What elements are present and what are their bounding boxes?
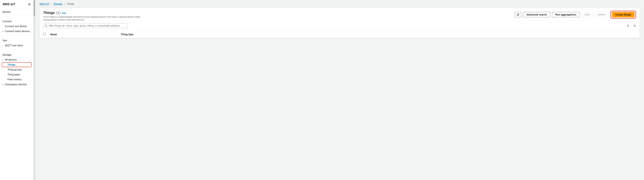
scrollbar-thumb[interactable] <box>34 0 35 16</box>
svg-point-0 <box>45 25 47 26</box>
panel-count: (1) <box>56 11 60 15</box>
column-divider <box>117 33 118 36</box>
breadcrumb: AWS IoT › Manage › Things <box>40 2 640 5</box>
settings-button[interactable] <box>633 24 636 27</box>
sidebar-item-mqtt-test-client[interactable]: MQTT test client <box>0 43 33 48</box>
sidebar-item-thing-groups[interactable]: Thing groups <box>0 67 33 72</box>
table-header: Name Thing type <box>40 31 640 38</box>
create-things-button[interactable]: Create things <box>612 12 634 17</box>
sidebar-section-test: Test <box>0 37 33 43</box>
search-icon <box>45 24 47 27</box>
divider <box>0 16 33 16</box>
select-all-cell <box>43 33 50 36</box>
refresh-button[interactable] <box>514 12 521 17</box>
sidebar-item-connect-many-devices[interactable]: Connect many devices <box>0 29 33 34</box>
sidebar-item-things[interactable]: Things <box>8 63 30 66</box>
edit-button[interactable]: Edit <box>582 12 593 17</box>
page-number: 1 <box>628 24 629 27</box>
annotation-highlight-things: Things <box>2 62 32 67</box>
column-header-name[interactable]: Name <box>50 33 117 36</box>
advanced-search-button[interactable]: Advanced search <box>523 12 550 17</box>
panel-title-row: Things (1) Info <box>43 11 142 15</box>
sidebar-item-all-devices[interactable]: All devices <box>0 57 33 62</box>
close-icon[interactable]: ✕ <box>28 3 31 6</box>
sidebar-header: AWS IoT ✕ <box>0 0 33 8</box>
svg-point-1 <box>634 25 635 26</box>
scrollbar[interactable] <box>34 0 35 180</box>
sidebar-title: AWS IoT <box>2 2 15 6</box>
sidebar: AWS IoT ✕ Monitor Connect Connect one de… <box>0 0 34 180</box>
gear-icon <box>633 24 636 27</box>
chevron-right-icon: › <box>64 2 65 5</box>
annotation-highlight-create: Create things <box>610 11 636 18</box>
breadcrumb-root[interactable]: AWS IoT <box>40 2 49 5</box>
sidebar-item-monitor[interactable]: Monitor <box>0 8 33 14</box>
panel-header: Things (1) Info An IoT thing is a repres… <box>40 8 640 23</box>
sidebar-item-connect-one-device[interactable]: Connect one device <box>0 24 33 29</box>
sidebar-section-manage: Manage <box>0 51 33 57</box>
prev-page-button[interactable]: ‹ <box>625 24 626 27</box>
breadcrumb-manage[interactable]: Manage <box>54 2 62 5</box>
pager: ‹ 1 › <box>625 24 636 27</box>
main-content: AWS IoT › Manage › Things Things (1) Inf… <box>35 0 644 180</box>
sidebar-item-fleet-metrics[interactable]: Fleet metrics <box>0 77 33 82</box>
chevron-right-icon: › <box>51 2 52 5</box>
filter-input[interactable] <box>48 24 126 27</box>
info-link[interactable]: Info <box>62 12 66 14</box>
panel-title: Things <box>43 11 55 15</box>
panel-title-block: Things (1) Info An IoT thing is a repres… <box>43 11 142 21</box>
things-panel: Things (1) Info An IoT thing is a repres… <box>40 8 640 38</box>
filter-row: ‹ 1 › <box>40 23 640 31</box>
filter-input-wrapper[interactable] <box>43 23 128 28</box>
refresh-icon <box>516 13 519 16</box>
next-page-button[interactable]: › <box>630 24 632 27</box>
breadcrumb-current: Things <box>67 2 74 5</box>
sidebar-section-connect: Connect <box>0 17 33 24</box>
divider <box>0 35 33 35</box>
column-header-thing-type[interactable]: Thing type <box>121 33 636 36</box>
panel-actions: Advanced search Run aggregations Edit De… <box>514 11 636 18</box>
run-aggregations-button[interactable]: Run aggregations <box>552 12 580 17</box>
select-all-checkbox[interactable] <box>43 33 46 35</box>
panel-description: An IoT thing is a representation and rec… <box>43 15 142 21</box>
sidebar-item-greengrass-devices[interactable]: Greengrass devices <box>0 82 33 87</box>
sidebar-item-thing-types[interactable]: Thing types <box>0 72 33 77</box>
delete-button[interactable]: Delete <box>595 12 609 17</box>
